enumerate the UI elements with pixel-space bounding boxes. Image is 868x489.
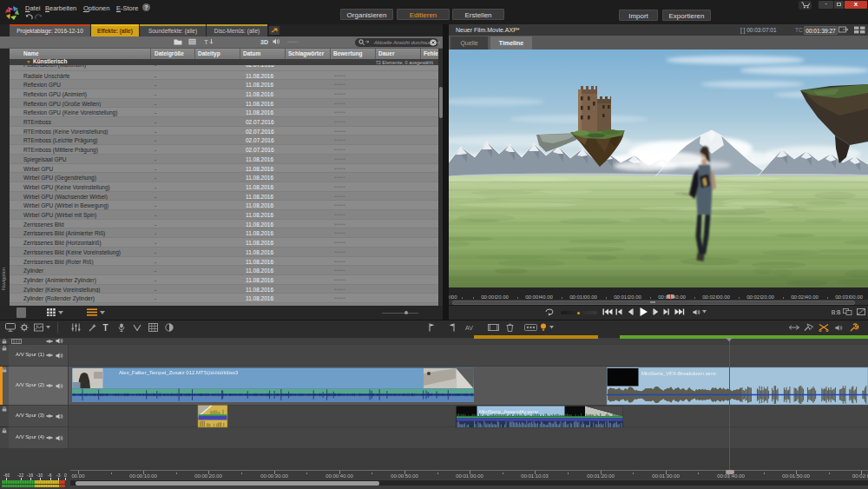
- svg-text:AV: AV: [465, 325, 473, 331]
- svg-text:Alex_Falker_Tempel_Zusatz 012.: Alex_Falker_Tempel_Zusatz 012.MTS(ööööök…: [119, 370, 239, 375]
- svg-text:T: T: [204, 38, 208, 45]
- svg-text:MiniSerie_VFX-Breakdown.wmv: MiniSerie_VFX-Breakdown.wmv: [641, 371, 716, 376]
- svg-text:T: T: [103, 323, 108, 332]
- svg-text:MiniSerie_Assembly.wmv: MiniSerie_Assembly.wmv: [479, 409, 538, 414]
